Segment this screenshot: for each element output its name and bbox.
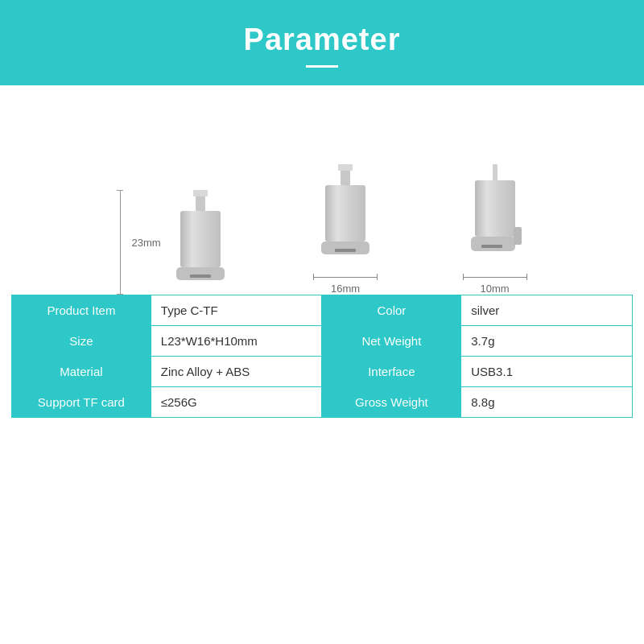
svg-rect-3 xyxy=(176,267,225,280)
product-right-item: 10mm xyxy=(463,164,527,295)
param-value-1-2: 3.7g xyxy=(461,326,633,357)
parameter-table: Product ItemType C-TFColorsilverSizeL23*… xyxy=(11,295,633,418)
svg-rect-1 xyxy=(196,196,205,211)
param-value-2-2: USB3.1 xyxy=(461,357,633,387)
param-label-1-1: Size xyxy=(12,326,151,357)
page-title: Parameter xyxy=(0,23,644,57)
svg-rect-5 xyxy=(338,164,353,171)
param-label-3-1: Support TF card xyxy=(12,387,151,418)
param-value-2-1: Zinc Alloy + ABS xyxy=(151,357,322,387)
table-row-1: SizeL23*W16*H10mmNet Weight3.7g xyxy=(12,326,633,357)
param-value-0-2: silver xyxy=(461,295,633,326)
svg-rect-13 xyxy=(481,245,502,248)
svg-rect-14 xyxy=(514,227,522,245)
product-middle-item: 16mm xyxy=(313,164,378,295)
header-divider xyxy=(306,65,338,68)
param-value-0-1: Type C-TF xyxy=(151,295,322,326)
dim-16mm: 16mm xyxy=(331,283,360,295)
table-row-2: MaterialZinc Alloy + ABSInterfaceUSB3.1 xyxy=(12,357,633,387)
param-value-1-1: L23*W16*H10mm xyxy=(151,326,322,357)
svg-rect-8 xyxy=(321,242,369,254)
table-row-3: Support TF card≤256GGross Weight8.8g xyxy=(12,387,633,418)
svg-rect-0 xyxy=(193,190,208,196)
svg-rect-12 xyxy=(471,237,515,251)
param-label-0-1: Product Item xyxy=(12,295,151,326)
svg-rect-10 xyxy=(493,164,497,180)
svg-rect-4 xyxy=(190,275,211,278)
param-label-0-2: Color xyxy=(322,295,461,326)
product-left xyxy=(172,190,229,295)
param-label-2-2: Interface xyxy=(322,357,461,387)
table-row-0: Product ItemType C-TFColorsilver xyxy=(12,295,633,326)
dim-10mm-wrapper: 10mm xyxy=(463,274,527,295)
parameter-table-section: Product ItemType C-TFColorsilverSizeL23*… xyxy=(0,295,644,429)
param-label-1-2: Net Weight xyxy=(322,326,461,357)
adapter-svg-middle xyxy=(317,164,374,269)
svg-rect-2 xyxy=(180,211,221,267)
product-left-item: 23mm xyxy=(117,190,228,295)
dim-10mm: 10mm xyxy=(480,283,509,295)
adapter-svg-right xyxy=(467,164,523,269)
adapter-svg-left xyxy=(172,190,229,295)
svg-rect-11 xyxy=(475,180,515,237)
param-label-3-2: Gross Weight xyxy=(322,387,461,418)
param-label-2-1: Material xyxy=(12,357,151,387)
dim-16mm-wrapper: 16mm xyxy=(313,274,378,295)
dim-23mm: 23mm xyxy=(131,237,160,249)
svg-rect-6 xyxy=(341,171,350,185)
svg-rect-7 xyxy=(325,185,365,242)
param-value-3-2: 8.8g xyxy=(461,387,633,418)
svg-rect-9 xyxy=(335,249,356,252)
product-images-section: 23mm xyxy=(0,85,644,295)
header-section: Parameter xyxy=(0,0,644,85)
param-value-3-1: ≤256G xyxy=(151,387,322,418)
